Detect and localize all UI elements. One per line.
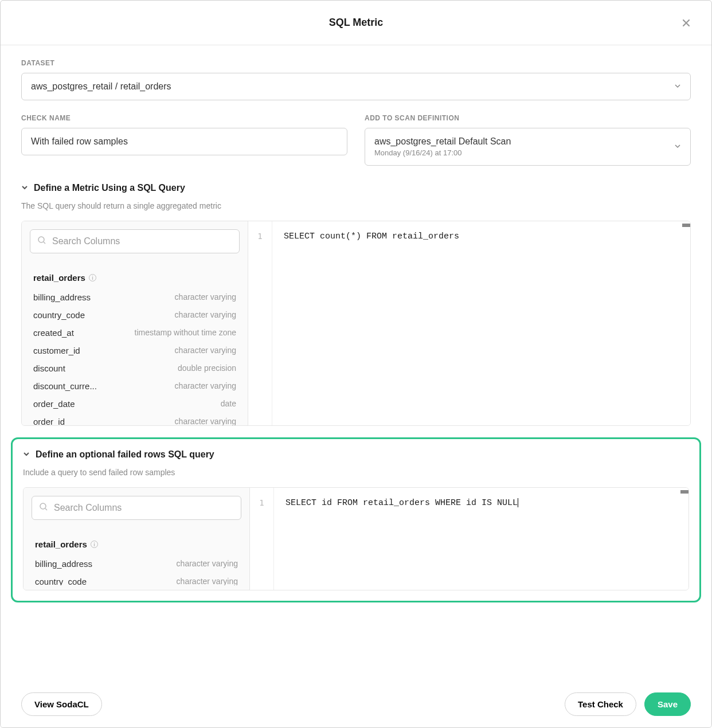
column-row[interactable]: customer_idcharacter varying [22,342,248,359]
failed-columns-panel: retail_orders i billing_addresscharacter… [24,488,250,590]
column-name: discount [33,363,65,373]
column-row[interactable]: country_codecharacter varying [24,573,249,585]
scan-def-sub: Monday (9/16/24) at 17:00 [374,148,511,157]
scan-def-label: ADD TO SCAN DEFINITION [365,114,691,122]
metric-column-list: retail_orders i billing_addresscharacter… [22,261,248,425]
svg-point-0 [38,237,44,242]
column-type: double precision [178,363,236,373]
failed-section-hint: Include a query to send failed row sampl… [23,468,689,477]
failed-editor[interactable]: 1 SELECT id FROM retail_orders WHERE id … [250,488,688,590]
failed-search-box[interactable] [32,496,241,520]
close-button[interactable] [678,15,694,31]
column-row[interactable]: billing_addresscharacter varying [22,288,248,306]
scan-def-select[interactable]: aws_postgres_retail Default Scan Monday … [365,128,691,166]
failed-section-toggle[interactable]: Define an optional failed rows SQL query [23,449,689,460]
column-name: billing_address [33,292,91,302]
column-name: order_date [33,399,75,409]
column-name: country_code [35,577,87,585]
column-name: billing_address [35,559,92,569]
minimap-icon [682,224,690,227]
column-type: character varying [175,381,236,391]
column-row[interactable]: created_attimestamp without time zone [22,324,248,342]
view-sodacl-button[interactable]: View SodaCL [21,692,102,716]
metric-search-box[interactable] [30,229,240,253]
column-row[interactable]: discountdouble precision [22,359,248,377]
metric-query-block: retail_orders i billing_addresscharacter… [21,221,691,426]
sql-metric-modal: SQL Metric DATASET aws_postgres_retail /… [0,0,712,728]
column-name: created_at [33,328,74,338]
metric-code[interactable]: SELECT count(*) FROM retail_orders [272,221,690,425]
chevron-down-icon [21,183,28,193]
metric-section-toggle[interactable]: Define a Metric Using a SQL Query [21,183,691,193]
metric-gutter: 1 [248,221,272,425]
failed-gutter: 1 [250,488,274,590]
metric-section-hint: The SQL query should return a single agg… [21,201,691,210]
column-name: order_id [33,417,65,425]
dataset-select[interactable]: aws_postgres_retail / retail_orders [21,73,691,100]
failed-query-block: retail_orders i billing_addresscharacter… [23,487,689,590]
column-type: timestamp without time zone [135,328,236,338]
column-name: discount_curre... [33,381,97,391]
failed-section-title: Define an optional failed rows SQL query [36,449,214,460]
column-type: character varying [177,577,238,585]
column-type: character varying [175,417,236,425]
info-icon[interactable]: i [91,541,98,548]
metric-editor[interactable]: 1 SELECT count(*) FROM retail_orders [248,221,690,425]
modal-footer: View SodaCL Test Check Save [1,681,711,727]
save-button[interactable]: Save [644,692,691,716]
column-row[interactable]: billing_addresscharacter varying [24,555,249,573]
search-icon [37,236,46,247]
modal-body: DATASET aws_postgres_retail / retail_ord… [1,45,711,681]
metric-search-input[interactable] [52,236,232,246]
failed-table-name: retail_orders i [24,534,249,555]
chevron-down-icon [674,142,681,152]
chevron-down-icon [23,449,30,460]
column-row[interactable]: order_idcharacter varying [22,413,248,425]
metric-table-name: retail_orders i [22,267,248,288]
failed-rows-section: Define an optional failed rows SQL query… [11,437,701,602]
column-type: character varying [177,559,238,569]
column-row[interactable]: discount_curre...character varying [22,377,248,395]
column-name: customer_id [33,346,80,355]
scan-def-value: aws_postgres_retail Default Scan [374,136,511,147]
metric-columns-panel: retail_orders i billing_addresscharacter… [22,221,248,425]
info-icon[interactable]: i [89,274,96,281]
dataset-label: DATASET [21,59,691,67]
check-name-label: CHECK NAME [21,114,347,122]
check-name-input[interactable] [21,128,347,155]
column-type: character varying [175,292,236,302]
close-icon [682,18,691,28]
failed-column-list: retail_orders i billing_addresscharacter… [24,528,249,585]
failed-search-input[interactable] [54,503,234,513]
column-type: date [221,399,236,409]
column-type: character varying [175,310,236,320]
column-type: character varying [175,346,236,355]
column-row[interactable]: country_codecharacter varying [22,306,248,324]
chevron-down-icon [674,81,681,92]
modal-title: SQL Metric [329,17,384,29]
failed-code[interactable]: SELECT id FROM retail_orders WHERE id IS… [274,488,688,590]
cursor-icon [518,498,518,507]
modal-header: SQL Metric [1,1,711,45]
test-check-button[interactable]: Test Check [565,692,636,716]
dataset-value: aws_postgres_retail / retail_orders [31,81,171,92]
metric-section: Define a Metric Using a SQL Query The SQ… [21,183,691,426]
column-name: country_code [33,310,85,320]
minimap-icon [680,490,688,494]
column-row[interactable]: order_datedate [22,395,248,413]
search-icon [39,502,48,514]
metric-section-title: Define a Metric Using a SQL Query [34,183,185,193]
svg-point-1 [40,503,46,509]
